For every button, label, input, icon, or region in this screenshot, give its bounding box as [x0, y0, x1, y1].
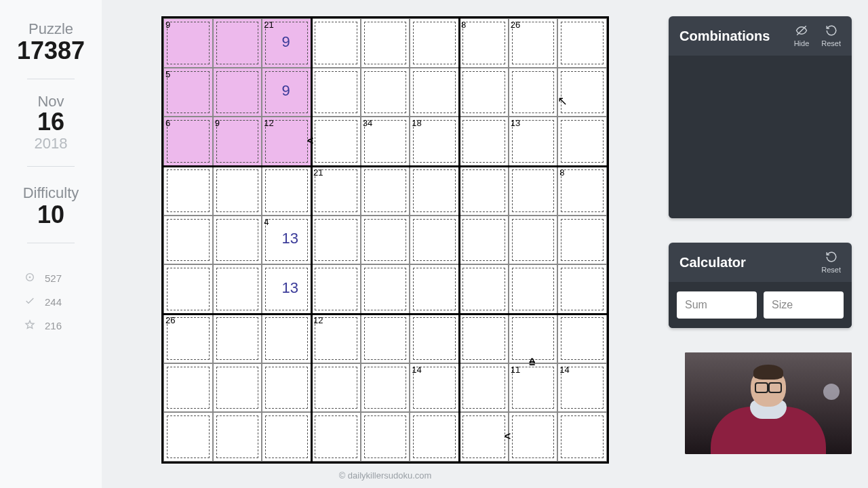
- inequality-marker: <: [307, 135, 313, 147]
- cell[interactable]: [509, 412, 558, 462]
- cell[interactable]: [311, 216, 361, 265]
- calculator-title: Calculator: [679, 255, 746, 270]
- combinations-reset-button[interactable]: Reset: [821, 24, 841, 47]
- cell[interactable]: [361, 216, 410, 265]
- cell[interactable]: [459, 166, 509, 216]
- cell[interactable]: [410, 412, 459, 462]
- cell[interactable]: [163, 18, 213, 68]
- cage-sum: 34: [363, 118, 372, 128]
- cell[interactable]: [311, 117, 361, 166]
- divider: [27, 166, 75, 167]
- combinations-panel: Combinations Hide Reset: [669, 16, 852, 218]
- cell[interactable]: [213, 216, 262, 265]
- cell[interactable]: [557, 68, 607, 117]
- cell[interactable]: [361, 264, 410, 314]
- cell[interactable]: [311, 363, 361, 413]
- cage-sum: 14: [559, 365, 569, 375]
- cell[interactable]: [262, 363, 311, 413]
- cell[interactable]: [163, 412, 213, 462]
- puzzle-label: Puzzle: [28, 20, 73, 38]
- combinations-title: Combinations: [679, 28, 770, 44]
- svg-point-1: [29, 277, 31, 279]
- cell[interactable]: [262, 314, 311, 363]
- sudoku-board[interactable]: 9218265691234181321842612141114991313<=^…: [161, 16, 609, 464]
- check-icon: [24, 296, 35, 308]
- inequality-marker: <: [505, 430, 511, 443]
- cell[interactable]: [163, 166, 213, 216]
- eye-off-icon: [795, 24, 808, 39]
- cell[interactable]: [557, 216, 607, 265]
- cell[interactable]: [311, 412, 361, 462]
- cell[interactable]: [213, 412, 262, 462]
- target-icon: [24, 272, 35, 285]
- cell[interactable]: [213, 68, 262, 117]
- cell[interactable]: [410, 314, 459, 363]
- cell[interactable]: [459, 314, 509, 363]
- cage-sum: 6: [165, 118, 170, 128]
- cage-sum: 14: [412, 365, 421, 375]
- cell[interactable]: [410, 166, 459, 216]
- cell[interactable]: [509, 264, 558, 314]
- cell[interactable]: [213, 264, 262, 314]
- cell[interactable]: [509, 68, 558, 117]
- calculator-size-input[interactable]: [764, 291, 844, 319]
- cell[interactable]: [459, 216, 509, 265]
- cell[interactable]: [213, 314, 262, 363]
- cage-sum: 4: [264, 217, 269, 227]
- cell[interactable]: [557, 412, 607, 462]
- cell[interactable]: [163, 216, 213, 265]
- cell[interactable]: [361, 412, 410, 462]
- tools-sidebar: Combinations Hide Reset Calculator: [669, 0, 868, 488]
- cell[interactable]: [311, 264, 361, 314]
- cell[interactable]: [509, 216, 558, 265]
- cell[interactable]: [557, 18, 607, 68]
- cell[interactable]: [410, 264, 459, 314]
- cell[interactable]: [459, 117, 509, 166]
- cage-sum: 21: [313, 167, 323, 178]
- cell[interactable]: [361, 18, 410, 68]
- cell[interactable]: [311, 18, 361, 68]
- cell[interactable]: [459, 363, 509, 413]
- cage-sum: 9: [165, 20, 170, 30]
- cell[interactable]: [459, 264, 509, 314]
- cell[interactable]: [459, 18, 509, 68]
- cell[interactable]: [213, 18, 262, 68]
- divider: [27, 243, 75, 243]
- cell[interactable]: [410, 18, 459, 68]
- cell[interactable]: [262, 166, 311, 216]
- cell[interactable]: [163, 117, 213, 166]
- cell[interactable]: [509, 166, 558, 216]
- cage-sum: 8: [461, 20, 466, 30]
- cell[interactable]: [213, 363, 262, 413]
- cell[interactable]: [361, 166, 410, 216]
- combinations-hide-button[interactable]: Hide: [794, 24, 810, 47]
- combinations-body[interactable]: [669, 56, 852, 218]
- cell[interactable]: [557, 166, 607, 216]
- cell[interactable]: [213, 166, 262, 216]
- cell[interactable]: [410, 68, 459, 117]
- copyright-text: © dailykillersudoku.com: [339, 470, 432, 481]
- cell[interactable]: [361, 68, 410, 117]
- cell[interactable]: [557, 264, 607, 314]
- reset-label: Reset: [821, 266, 841, 274]
- cell[interactable]: [262, 412, 311, 462]
- cell[interactable]: [459, 412, 509, 462]
- cage-sum: 21: [264, 20, 273, 30]
- cell[interactable]: [361, 363, 410, 413]
- pencil-mark: 13: [281, 279, 298, 297]
- cell[interactable]: [557, 314, 607, 363]
- cell[interactable]: [163, 264, 213, 314]
- stat-solved: 244: [0, 290, 102, 314]
- stat-rated-value: 216: [45, 320, 62, 331]
- calculator-reset-button[interactable]: Reset: [821, 251, 841, 274]
- cell[interactable]: [213, 117, 262, 166]
- cell[interactable]: [557, 117, 607, 166]
- cell[interactable]: [163, 363, 213, 413]
- cell[interactable]: [410, 216, 459, 265]
- calculator-sum-input[interactable]: [677, 291, 757, 319]
- cell[interactable]: [311, 68, 361, 117]
- difficulty-label: Difficulty: [23, 184, 79, 202]
- cell[interactable]: [163, 68, 213, 117]
- cell[interactable]: [361, 314, 410, 363]
- cell[interactable]: [459, 68, 509, 117]
